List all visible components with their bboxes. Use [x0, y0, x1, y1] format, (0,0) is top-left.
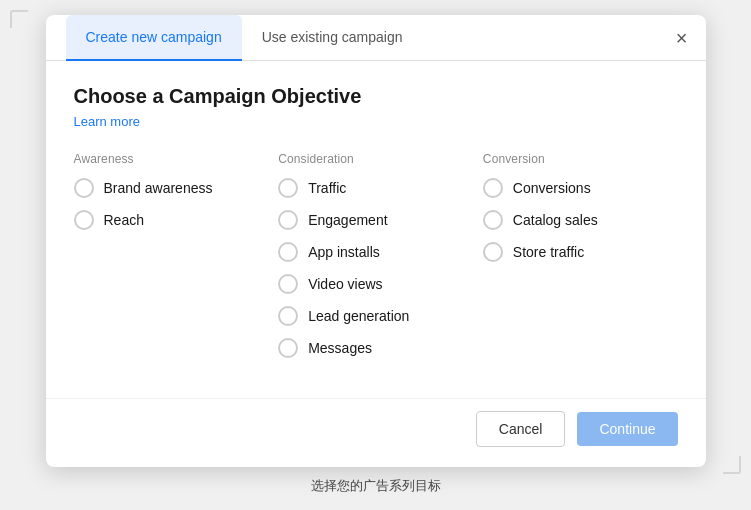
learn-more-link[interactable]: Learn more — [74, 114, 140, 129]
tab-create-new[interactable]: Create new campaign — [66, 15, 242, 61]
conversion-header: Conversion — [483, 152, 678, 166]
consideration-column: Consideration Traffic Engagement App ins… — [278, 152, 473, 370]
option-label-reach: Reach — [104, 212, 144, 228]
radio-video-views[interactable] — [278, 274, 298, 294]
option-catalog-sales[interactable]: Catalog sales — [483, 210, 678, 230]
option-brand-awareness[interactable]: Brand awareness — [74, 178, 269, 198]
modal-dialog: Create new campaign Use existing campaig… — [46, 15, 706, 467]
continue-button[interactable]: Continue — [577, 412, 677, 446]
radio-conversions[interactable] — [483, 178, 503, 198]
cancel-button[interactable]: Cancel — [476, 411, 566, 447]
option-label-video-views: Video views — [308, 276, 382, 292]
option-label-lead-generation: Lead generation — [308, 308, 409, 324]
option-label-traffic: Traffic — [308, 180, 346, 196]
close-button[interactable]: × — [676, 28, 688, 48]
objective-columns: Awareness Brand awareness Reach Consider… — [74, 152, 678, 370]
awareness-column: Awareness Brand awareness Reach — [74, 152, 269, 370]
option-messages[interactable]: Messages — [278, 338, 473, 358]
modal-overlay: Create new campaign Use existing campaig… — [0, 0, 751, 510]
modal-tabs: Create new campaign Use existing campaig… — [46, 15, 706, 61]
radio-lead-generation[interactable] — [278, 306, 298, 326]
option-conversions[interactable]: Conversions — [483, 178, 678, 198]
conversion-column: Conversion Conversions Catalog sales Sto… — [483, 152, 678, 370]
radio-catalog-sales[interactable] — [483, 210, 503, 230]
option-label-store-traffic: Store traffic — [513, 244, 584, 260]
tab-use-existing[interactable]: Use existing campaign — [242, 15, 423, 61]
radio-app-installs[interactable] — [278, 242, 298, 262]
radio-engagement[interactable] — [278, 210, 298, 230]
option-app-installs[interactable]: App installs — [278, 242, 473, 262]
option-label-engagement: Engagement — [308, 212, 387, 228]
modal-title: Choose a Campaign Objective — [74, 85, 678, 108]
option-video-views[interactable]: Video views — [278, 274, 473, 294]
option-lead-generation[interactable]: Lead generation — [278, 306, 473, 326]
radio-brand-awareness[interactable] — [74, 178, 94, 198]
option-traffic[interactable]: Traffic — [278, 178, 473, 198]
modal-body: Choose a Campaign Objective Learn more A… — [46, 61, 706, 390]
radio-traffic[interactable] — [278, 178, 298, 198]
consideration-header: Consideration — [278, 152, 473, 166]
option-label-messages: Messages — [308, 340, 372, 356]
radio-reach[interactable] — [74, 210, 94, 230]
option-reach[interactable]: Reach — [74, 210, 269, 230]
option-label-brand-awareness: Brand awareness — [104, 180, 213, 196]
radio-store-traffic[interactable] — [483, 242, 503, 262]
corner-decoration-br — [723, 456, 741, 474]
option-label-app-installs: App installs — [308, 244, 380, 260]
option-label-catalog-sales: Catalog sales — [513, 212, 598, 228]
bottom-label: 选择您的广告系列目标 — [311, 477, 441, 495]
option-engagement[interactable]: Engagement — [278, 210, 473, 230]
modal-footer: Cancel Continue — [46, 398, 706, 467]
radio-messages[interactable] — [278, 338, 298, 358]
option-store-traffic[interactable]: Store traffic — [483, 242, 678, 262]
awareness-header: Awareness — [74, 152, 269, 166]
corner-decoration-tl — [10, 10, 28, 28]
option-label-conversions: Conversions — [513, 180, 591, 196]
